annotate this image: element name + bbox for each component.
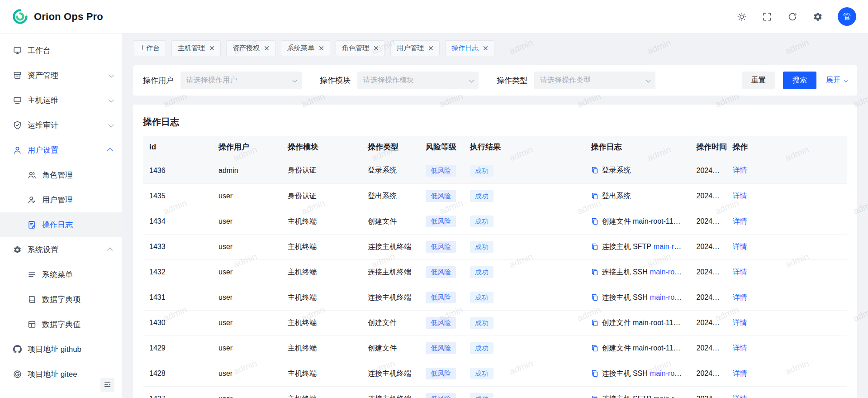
detail-link[interactable]: 详情 bbox=[733, 344, 747, 352]
tab[interactable]: 资产授权 bbox=[226, 40, 275, 56]
copy-icon[interactable] bbox=[591, 345, 598, 352]
copy-icon[interactable] bbox=[591, 319, 598, 326]
copy-icon[interactable] bbox=[591, 167, 598, 174]
risk-badge: 低风险 bbox=[426, 368, 456, 379]
sidebar-item[interactable]: 数据字典项 bbox=[0, 287, 122, 312]
refresh-icon[interactable] bbox=[787, 11, 798, 22]
tab[interactable]: 工作台 bbox=[133, 40, 166, 56]
tab-close-icon[interactable] bbox=[264, 46, 269, 51]
cell-user: admin bbox=[212, 158, 281, 183]
sidebar-item[interactable]: 系统设置 bbox=[0, 237, 122, 262]
tab-close-icon[interactable] bbox=[483, 46, 488, 51]
table-row[interactable]: 1436 admin 身份认证 登录系统 低风险 成功 登录系统 bbox=[143, 158, 847, 183]
sidebar-collapse-button[interactable] bbox=[100, 378, 114, 392]
app-title: Orion Ops Pro bbox=[34, 11, 103, 23]
result-badge: 成功 bbox=[470, 393, 493, 398]
sidebar-item[interactable]: 运维审计 bbox=[0, 113, 122, 138]
sidebar-item[interactable]: 用户设置 bbox=[0, 138, 122, 163]
log-link[interactable]: main-root-116.62.194.246 bbox=[650, 268, 690, 276]
filter-select[interactable]: 请选择操作类型 bbox=[534, 72, 655, 89]
sidebar-item[interactable]: 操作日志 bbox=[0, 212, 122, 237]
tab[interactable]: 操作日志 bbox=[445, 40, 494, 56]
search-button[interactable]: 搜索 bbox=[783, 72, 816, 89]
tab-label: 工作台 bbox=[139, 44, 160, 53]
table-row[interactable]: 1430 user 主机终端 创建文件 低风险 成功 创建文件 main-roo… bbox=[143, 310, 847, 336]
tab-label: 主机管理 bbox=[178, 44, 205, 53]
tab-bar: 工作台 主机管理 资产授权 bbox=[122, 34, 868, 56]
table-row[interactable]: 1432 user 主机终端 连接主机终端 低风险 成功 连接主机 SSHmai… bbox=[143, 259, 847, 285]
tab[interactable]: 角色管理 bbox=[336, 40, 385, 56]
copy-icon[interactable] bbox=[591, 218, 598, 225]
detail-link[interactable]: 详情 bbox=[733, 217, 747, 225]
tab[interactable]: 系统菜单 bbox=[281, 40, 330, 56]
sidebar: 工作台 资产管理 主机运维 运维审计 bbox=[0, 34, 122, 398]
sidebar-item[interactable]: 资产管理 bbox=[0, 63, 122, 88]
filter-select[interactable]: 请选择操作模块 bbox=[357, 72, 479, 89]
copy-icon[interactable] bbox=[591, 269, 598, 276]
tab-close-icon[interactable] bbox=[209, 46, 214, 51]
log-link[interactable]: main-root-116.62.194.246 bbox=[654, 243, 690, 250]
user-management-icon bbox=[27, 196, 36, 205]
fullscreen-icon[interactable] bbox=[762, 11, 773, 22]
tab-close-icon[interactable] bbox=[373, 46, 379, 51]
operation-log-table: id 操作用户 操作模块 操作类型 风险等级 执行结果 bbox=[143, 136, 847, 398]
cell-log: 连接主机 SFTPmain-root-116.62.194.246 bbox=[585, 386, 690, 398]
sidebar-item[interactable]: 用户管理 bbox=[0, 187, 122, 212]
log-link[interactable]: main-root-116.62.194.246 bbox=[650, 293, 690, 301]
sidebar-item[interactable]: 主机运维 bbox=[0, 88, 122, 113]
table-row[interactable]: 1435 user 身份认证 登出系统 低风险 成功 登出系统 bbox=[143, 183, 847, 209]
cell-user: user bbox=[212, 183, 281, 209]
cell-log: 连接主机 SSHmain-root-116.62.194.246 bbox=[585, 259, 690, 285]
detail-link[interactable]: 详情 bbox=[733, 369, 747, 377]
detail-link[interactable]: 详情 bbox=[733, 268, 747, 276]
detail-link[interactable]: 详情 bbox=[733, 166, 747, 174]
sidebar-item[interactable]: 系统菜单 bbox=[0, 262, 122, 287]
cell-type: 登录系统 bbox=[361, 158, 419, 183]
reset-button[interactable]: 重置 bbox=[742, 72, 775, 89]
cell-time: 2024-02-26 10:58:23 bbox=[690, 336, 726, 361]
tab-close-icon[interactable] bbox=[428, 46, 433, 51]
detail-link[interactable]: 详情 bbox=[733, 319, 747, 326]
system-menu-icon bbox=[27, 270, 36, 279]
table-row[interactable]: 1433 user 主机终端 连接主机终端 低风险 成功 连接主机 SFTPma… bbox=[143, 234, 847, 259]
sidebar-item[interactable]: 角色管理 bbox=[0, 163, 122, 187]
detail-link[interactable]: 详情 bbox=[733, 192, 747, 200]
log-link[interactable]: main-root-116.62.194.246 bbox=[650, 369, 690, 377]
tab[interactable]: 用户管理 bbox=[390, 40, 440, 56]
table-row[interactable]: 1429 user 主机终端 创建文件 低风险 成功 创建文件 main-roo… bbox=[143, 336, 847, 361]
table-row[interactable]: 1428 user 主机终端 连接主机终端 低风险 成功 连接主机 SSHmai… bbox=[143, 361, 847, 386]
table-row[interactable]: 1431 user 主机终端 连接主机终端 低风险 成功 连接主机 SSHmai… bbox=[143, 285, 847, 310]
copy-icon[interactable] bbox=[591, 395, 598, 398]
gitee-icon bbox=[13, 370, 22, 379]
result-badge: 成功 bbox=[470, 317, 493, 329]
tab-close-icon[interactable] bbox=[318, 46, 324, 51]
theme-toggle-icon[interactable] bbox=[736, 11, 747, 22]
log-link[interactable]: main-root-116.62.194.246 bbox=[654, 395, 690, 398]
cell-time: 2024-02-26 11:11:37 bbox=[690, 285, 726, 310]
cell-log: 创建文件 main-root-116.62.194.246/root/sft… bbox=[585, 336, 690, 361]
workbench-icon bbox=[13, 46, 22, 55]
log-text: 连接主机 SFTP bbox=[602, 395, 651, 398]
detail-link[interactable]: 详情 bbox=[733, 243, 747, 250]
cell-module: 主机终端 bbox=[281, 259, 361, 285]
expand-toggle[interactable]: 展开 bbox=[826, 76, 847, 85]
copy-icon[interactable] bbox=[591, 294, 598, 301]
filter-select[interactable]: 请选择操作用户 bbox=[180, 72, 302, 89]
copy-icon[interactable] bbox=[591, 192, 598, 200]
copy-icon[interactable] bbox=[591, 243, 598, 250]
chevron-icon bbox=[109, 122, 114, 128]
sidebar-item[interactable]: 项目地址 github bbox=[0, 337, 122, 362]
sidebar-item[interactable]: 工作台 bbox=[0, 38, 122, 63]
tab[interactable]: 主机管理 bbox=[171, 40, 221, 56]
detail-link[interactable]: 详情 bbox=[733, 395, 747, 398]
sidebar-item[interactable]: 数据字典值 bbox=[0, 312, 122, 337]
table-row[interactable]: 1427 user 主机终端 连接主机终端 低风险 成功 连接主机 SFTPma… bbox=[143, 386, 847, 398]
settings-icon[interactable] bbox=[812, 11, 823, 22]
table-row[interactable]: 1434 user 主机终端 创建文件 低风险 成功 创建文件 main-roo… bbox=[143, 209, 847, 234]
cell-id: 1428 bbox=[143, 361, 212, 386]
cell-type: 登出系统 bbox=[361, 183, 419, 209]
copy-icon[interactable] bbox=[591, 370, 598, 377]
detail-link[interactable]: 详情 bbox=[733, 293, 747, 301]
user-avatar[interactable]: 管 bbox=[838, 7, 856, 26]
cell-type: 创建文件 bbox=[361, 336, 419, 361]
